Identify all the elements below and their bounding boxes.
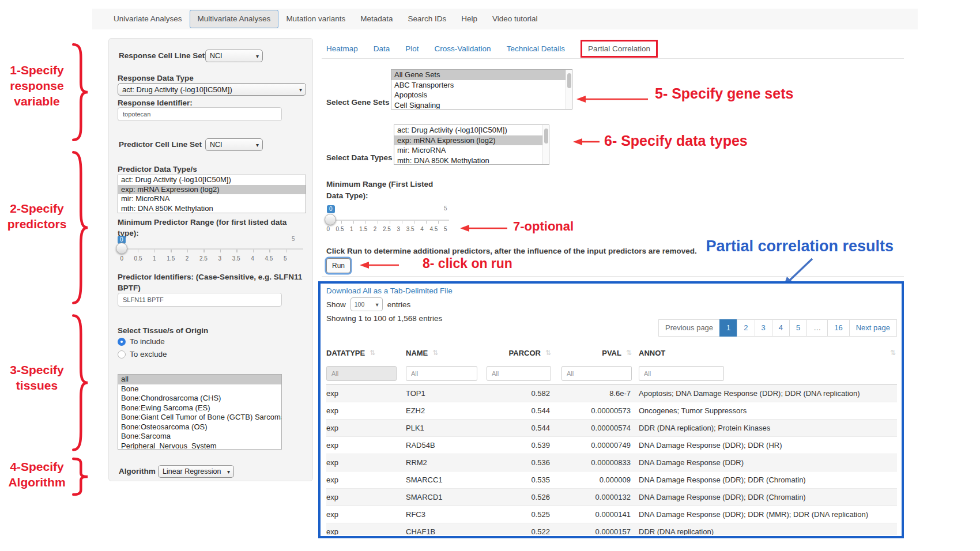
brace-step4 <box>70 458 90 496</box>
pagination: Previous page 1 2 3 4 5 … 16 Next page <box>659 319 897 337</box>
predictor-cell-line-set-select[interactable]: NCI ▾ <box>205 138 263 151</box>
showing-entries-text: Showing 1 to 100 of 1,568 entries <box>326 314 442 323</box>
listbox-option[interactable]: act: Drug Activity (-log10[IC50M]) <box>394 125 549 135</box>
nav-item-video-tutorial[interactable]: Video tutorial <box>485 10 545 28</box>
tick-label: 0 <box>114 255 130 262</box>
run-button[interactable]: Run <box>326 258 350 273</box>
listbox-option[interactable]: mir: MicroRNA <box>118 194 306 204</box>
radio-to-include[interactable]: To include <box>118 337 165 346</box>
scrollbar-thumb[interactable] <box>544 129 548 144</box>
page-button-1[interactable]: 1 <box>719 319 737 337</box>
listbox-option[interactable]: Peripheral_Nervous_System <box>118 441 281 450</box>
predictor-identifiers-label: Predictor Identifiers: (Case-Sensitive, … <box>118 271 303 293</box>
radio-to-exclude[interactable]: To exclude <box>118 350 167 358</box>
cell-name: TOP1 <box>406 389 487 398</box>
sort-icon[interactable]: ⇅ <box>370 349 375 357</box>
listbox-option-selected[interactable]: exp: mRNA Expression (log2) <box>394 135 543 146</box>
response-cell-line-set-select[interactable]: NCI ▾ <box>205 50 263 62</box>
scrollbar[interactable] <box>542 125 549 164</box>
cell-datatype: exp <box>326 441 406 450</box>
listbox-option[interactable]: Bone <box>118 384 281 394</box>
previous-page-button[interactable]: Previous page <box>658 319 720 337</box>
listbox-option-selected[interactable]: all <box>118 375 281 384</box>
filter-annot-input[interactable] <box>639 366 724 381</box>
slider-max-label: 5 <box>444 205 447 212</box>
header-label: PVAL <box>602 349 621 357</box>
table-row: exp SMARCC1 0.535 0.000009 DNA Damage Re… <box>326 471 897 488</box>
sort-icon[interactable]: ⇅ <box>545 349 551 357</box>
tick-label: 0.5 <box>334 226 345 232</box>
nav-item-metadata[interactable]: Metadata <box>353 10 400 28</box>
tick-label: 1.5 <box>357 226 369 232</box>
nav-item-mutation-variants[interactable]: Mutation variants <box>278 10 353 28</box>
sort-icon[interactable]: ⇅ <box>890 349 896 357</box>
header-name[interactable]: NAME⇅ <box>406 349 487 357</box>
nav-item-search-ids[interactable]: Search IDs <box>400 10 454 28</box>
cell-datatype: exp <box>326 406 406 415</box>
header-pval[interactable]: PVAL⇅ <box>551 349 632 357</box>
scrollbar-thumb[interactable] <box>567 73 571 88</box>
header-parcor[interactable]: PARCOR⇅ <box>487 349 551 357</box>
predictor-identifiers-input[interactable] <box>118 293 282 307</box>
page-size-select[interactable]: 100 ▾ <box>350 297 383 311</box>
page-button-5[interactable]: 5 <box>789 319 807 337</box>
filter-datatype-input[interactable] <box>326 366 397 381</box>
sort-icon[interactable]: ⇅ <box>432 349 438 357</box>
tab-heatmap[interactable]: Heatmap <box>326 44 358 53</box>
tab-technical-details[interactable]: Technical Details <box>507 44 565 53</box>
tabs-divider <box>322 58 904 59</box>
filter-pval-input[interactable] <box>561 366 632 381</box>
scrollbar[interactable] <box>566 70 572 109</box>
tab-partial-correlation[interactable]: Partial Correlation <box>581 40 658 58</box>
radio-selected-icon <box>118 338 126 346</box>
page-button-2[interactable]: 2 <box>737 319 755 337</box>
slider-handle[interactable] <box>325 214 336 225</box>
download-link[interactable]: Download All as a Tab-Delimited File <box>326 286 453 295</box>
cell-name: SMARCC1 <box>406 475 487 484</box>
page-button-4[interactable]: 4 <box>772 319 790 337</box>
header-datatype[interactable]: DATATYPE⇅ <box>326 349 406 357</box>
predictor-cell-line-set-value: NCI <box>210 141 223 149</box>
listbox-option[interactable]: Bone:Chondrosarcoma (CHS) <box>118 394 281 403</box>
cell-pval: 0.00000574 <box>551 424 632 432</box>
annotation-step4: 4-Specify Algorithm <box>5 459 69 490</box>
header-annot[interactable]: ANNOT⇅ <box>632 349 897 357</box>
filter-parcor-input[interactable] <box>487 366 551 381</box>
listbox-option[interactable]: Bone:Osteosarcoma (OS) <box>118 422 281 432</box>
cell-parcor: 0.539 <box>487 441 551 450</box>
annotation-step3: 3-Specify tissues <box>5 362 69 393</box>
nav-item-help[interactable]: Help <box>454 10 485 28</box>
chevron-down-icon: ▾ <box>299 86 302 93</box>
listbox-option[interactable]: ABC Transporters <box>391 80 572 90</box>
listbox-option[interactable]: Apoptosis <box>391 90 572 100</box>
algorithm-select[interactable]: Linear Regression ▾ <box>158 465 234 478</box>
listbox-option[interactable]: Bone:Giant Cell Tumor of Bone (GCTB) Sar… <box>118 413 281 422</box>
listbox-option[interactable]: act: Drug Activity (-log10[IC50M]) <box>118 175 306 185</box>
listbox-option[interactable]: Cell Signaling <box>391 100 572 110</box>
tab-plot[interactable]: Plot <box>405 44 419 53</box>
listbox-option[interactable]: mth: DNA 850K Methylation <box>394 156 549 165</box>
filter-name-input[interactable] <box>406 366 477 381</box>
listbox-option[interactable]: mth: DNA 850K Methylation <box>118 204 306 214</box>
response-data-type-value: act: Drug Activity (-log10[IC50M]) <box>122 85 232 94</box>
tab-data[interactable]: Data <box>374 44 390 53</box>
response-data-type-select[interactable]: act: Drug Activity (-log10[IC50M]) ▾ <box>118 83 306 96</box>
tick-label: 4 <box>244 255 261 262</box>
slider-handle[interactable] <box>116 243 127 254</box>
nav-item-multivariate-analyses[interactable]: Multivariate Analyses <box>190 10 279 28</box>
sort-icon[interactable]: ⇅ <box>626 349 632 357</box>
response-identifier-input[interactable] <box>118 107 282 121</box>
next-page-button[interactable]: Next page <box>849 319 897 337</box>
listbox-option[interactable]: mir: MicroRNA <box>394 145 549 156</box>
listbox-option[interactable]: Bone:Sarcoma <box>118 432 281 441</box>
gene-sets-listbox: All Gene Sets ABC Transporters Apoptosis… <box>391 69 572 110</box>
page-button-3[interactable]: 3 <box>755 319 772 337</box>
tab-cross-validation[interactable]: Cross-Validation <box>435 44 491 53</box>
listbox-option-selected[interactable]: exp: mRNA Expression (log2) <box>118 185 306 195</box>
arrow-run <box>359 261 401 270</box>
page-button-16[interactable]: 16 <box>827 319 849 337</box>
listbox-option[interactable]: Bone:Ewing Sarcoma (ES) <box>118 403 281 413</box>
nav-item-univariate-analyses[interactable]: Univariate Analyses <box>106 10 190 28</box>
predictor-data-types-label: Predictor Data Type/s <box>118 165 197 173</box>
listbox-option-selected[interactable]: All Gene Sets <box>391 70 566 80</box>
